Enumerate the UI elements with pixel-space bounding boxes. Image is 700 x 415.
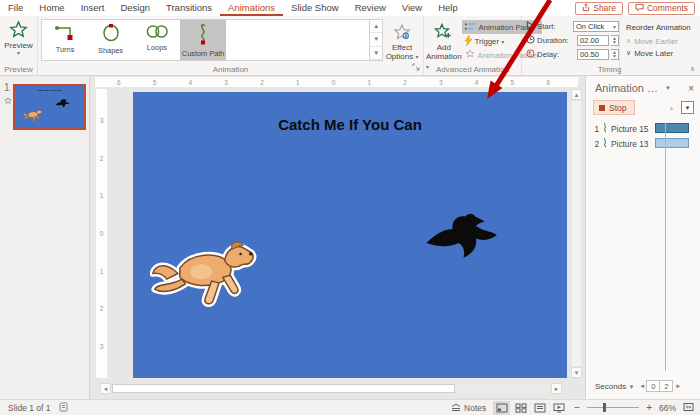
slide-sorter-icon[interactable] bbox=[512, 401, 529, 415]
delay-input[interactable]: 00.50 bbox=[577, 49, 609, 60]
tab-transitions[interactable]: Transitions bbox=[158, 0, 220, 16]
comments-icon bbox=[635, 3, 644, 14]
share-button[interactable]: Share bbox=[575, 2, 623, 15]
pane-close-icon[interactable]: × bbox=[688, 83, 694, 94]
pane-dropdown-icon[interactable]: ▼ bbox=[665, 85, 671, 91]
timeline-bar[interactable] bbox=[655, 138, 689, 148]
add-animation-icon bbox=[434, 22, 453, 43]
slide-thumbnail[interactable]: Catch Me If You Can bbox=[13, 84, 86, 130]
tab-slide-show[interactable]: Slide Show bbox=[283, 0, 347, 16]
tab-view[interactable]: View bbox=[394, 0, 430, 16]
ruler-number: 1 bbox=[100, 192, 104, 199]
motion-path-icon bbox=[602, 137, 608, 150]
zoom-in-icon[interactable]: + bbox=[646, 402, 652, 413]
tab-help[interactable]: Help bbox=[430, 0, 466, 16]
duration-input[interactable]: 02.00 bbox=[577, 35, 609, 46]
accessibility-icon[interactable] bbox=[59, 402, 68, 414]
animation-group-label: Animation bbox=[38, 65, 423, 74]
stop-label: Stop bbox=[609, 103, 627, 113]
zoom-level[interactable]: 66% bbox=[659, 403, 676, 413]
timeline-zoom-out-icon[interactable]: ◄ bbox=[639, 383, 645, 389]
timing-group-label: Timing bbox=[522, 65, 697, 74]
slide-title[interactable]: Catch Me If You Can bbox=[133, 116, 567, 133]
vertical-scrollbar[interactable]: ▲ ▼ bbox=[571, 89, 582, 378]
gallery-item-label: Turns bbox=[56, 45, 75, 53]
tab-home[interactable]: Home bbox=[31, 0, 72, 16]
reorder-down-icon[interactable]: ▼ bbox=[681, 101, 694, 114]
slide-number: 1 bbox=[4, 82, 10, 93]
tab-animations[interactable]: Animations bbox=[220, 0, 283, 16]
scroll-right-icon[interactable]: ► bbox=[551, 383, 562, 394]
ruler-number: 2 bbox=[100, 305, 104, 312]
animation-item-picture-15[interactable]: 1Picture 15 bbox=[586, 121, 700, 136]
comments-button[interactable]: Comments bbox=[628, 2, 695, 15]
horizontal-ruler: 6543210123456 bbox=[95, 77, 578, 87]
menu-tabs: FileHomeInsertDesignTransitionsAnimation… bbox=[0, 0, 466, 16]
duration-spinner[interactable]: ▲▼ bbox=[611, 35, 619, 46]
bird-picture[interactable] bbox=[423, 198, 501, 262]
gallery-item-custom-path[interactable]: Custom Path bbox=[180, 20, 226, 60]
ruler-number: 1 bbox=[100, 268, 104, 275]
timeline-indicator bbox=[665, 123, 666, 371]
trigger-label: Trigger ▾ bbox=[475, 37, 505, 46]
gallery-scroll-down-icon[interactable]: ▼ bbox=[370, 33, 382, 46]
zoom-slider-thumb[interactable] bbox=[603, 403, 606, 412]
horizontal-scroll-thumb[interactable] bbox=[112, 384, 455, 393]
share-icon bbox=[582, 3, 590, 14]
notes-button[interactable]: Notes bbox=[451, 403, 486, 413]
slide-canvas[interactable]: Catch Me If You Can bbox=[133, 92, 567, 378]
slideshow-icon[interactable] bbox=[550, 401, 567, 415]
gallery-item-turns[interactable]: Turns bbox=[42, 20, 88, 60]
animation-star-icon[interactable] bbox=[4, 97, 12, 107]
tab-design[interactable]: Design bbox=[112, 0, 158, 16]
move-later-button[interactable]: ∨ Move Later bbox=[626, 47, 691, 59]
timeline-bar[interactable] bbox=[655, 123, 689, 133]
zoom-out-icon[interactable]: − bbox=[574, 402, 580, 413]
gallery-more-icon[interactable]: ▼ bbox=[370, 47, 382, 60]
dialog-launcher-icon[interactable] bbox=[412, 63, 420, 73]
stop-button[interactable]: Stop bbox=[593, 100, 635, 115]
start-dropdown[interactable]: On Click▾ bbox=[573, 21, 619, 32]
animation-order: 1 bbox=[594, 124, 599, 134]
ruler-number: 6 bbox=[546, 79, 550, 86]
collapse-ribbon-icon[interactable]: ∧ bbox=[690, 65, 695, 73]
scroll-down-icon[interactable]: ▼ bbox=[571, 367, 582, 378]
reorder-animation-label: Reorder Animation bbox=[626, 23, 691, 32]
gallery-item-shapes[interactable]: Shapes bbox=[88, 20, 134, 60]
animation-item-picture-13[interactable]: 2Picture 13 bbox=[586, 136, 700, 151]
reading-view-icon[interactable] bbox=[531, 401, 548, 415]
scroll-up-icon[interactable]: ▲ bbox=[571, 89, 582, 100]
trigger-lightning-icon bbox=[465, 35, 472, 48]
gallery-scroll-up-icon[interactable]: ▲ bbox=[370, 20, 382, 33]
horizontal-scrollbar[interactable]: ◄ ► bbox=[100, 383, 562, 394]
preview-star-icon bbox=[9, 20, 28, 41]
timeline-scale-value: 0 bbox=[646, 380, 660, 392]
gallery-item-label: Loops bbox=[147, 43, 167, 51]
timeline-zoom-in-icon[interactable]: ► bbox=[675, 383, 681, 389]
delay-spinner[interactable]: ▲▼ bbox=[611, 49, 619, 60]
seconds-dropdown[interactable]: Seconds ▼ bbox=[595, 382, 634, 391]
animation-gallery: TurnsShapesLoopsCustom Path bbox=[41, 19, 370, 61]
gallery-item-loops[interactable]: Loops bbox=[134, 20, 180, 60]
ruler-number: 4 bbox=[475, 79, 479, 86]
animation-pane-panel: Animation Pane ▼ × Stop ▲ ▼ 1Picture 152… bbox=[585, 76, 700, 399]
fit-to-window-icon[interactable] bbox=[683, 402, 694, 414]
preview-button[interactable]: Preview ▾ bbox=[0, 16, 37, 57]
thumbnail-bird-image bbox=[55, 96, 70, 110]
tab-file[interactable]: File bbox=[0, 0, 31, 16]
zoom-slider[interactable] bbox=[587, 407, 639, 408]
gallery-item-label: Custom Path bbox=[182, 49, 225, 57]
scroll-left-icon[interactable]: ◄ bbox=[100, 383, 111, 394]
ruler-number: 0 bbox=[332, 79, 336, 86]
effect-options-label1: Effect bbox=[392, 43, 412, 52]
start-label: Start: bbox=[537, 22, 556, 31]
normal-view-icon[interactable] bbox=[493, 401, 510, 415]
duration-clock-icon bbox=[526, 35, 535, 46]
dog-picture[interactable] bbox=[150, 224, 262, 312]
tab-review[interactable]: Review bbox=[347, 0, 394, 16]
animation-pane-icon bbox=[465, 22, 476, 33]
add-animation-label1: Add bbox=[437, 43, 451, 52]
tab-insert[interactable]: Insert bbox=[73, 0, 113, 16]
move-later-label: Move Later bbox=[634, 49, 673, 58]
reorder-up-icon: ▲ bbox=[665, 101, 678, 114]
